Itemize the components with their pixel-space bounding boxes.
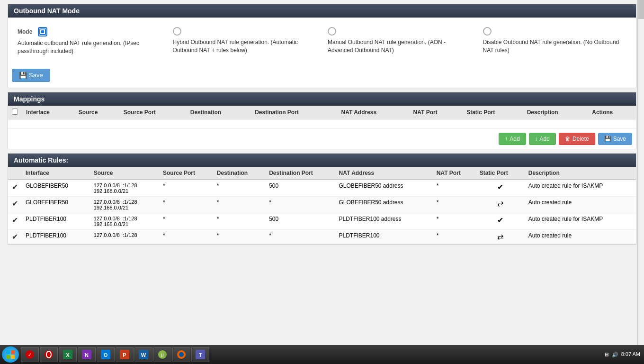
ar-interface: GLOBEFIBER50: [22, 180, 90, 197]
ar-col-nat-address: NAT Address: [335, 167, 432, 180]
ar-col-dest-port: Destination Port: [265, 167, 335, 180]
mode-options: Mode Automatic outbound NAT rule generat…: [8, 18, 636, 65]
ar-col-source-port: Source Port: [159, 167, 213, 180]
ar-nat-address: PLDTFIBER100: [335, 229, 432, 244]
ar-col-nat-port: NAT Port: [433, 167, 476, 180]
ar-dest-port: *: [265, 229, 335, 244]
taskbar-app-opera[interactable]: [40, 347, 58, 362]
ar-destination: *: [213, 213, 265, 229]
tray-volume-icon: 🔊: [612, 352, 618, 358]
svg-text:T: T: [199, 352, 202, 358]
taskbar-app-outlook[interactable]: O: [97, 347, 115, 362]
mode-desc-automatic: Automatic outbound NAT rule generation. …: [18, 39, 161, 55]
taskbar-app-excel[interactable]: X: [59, 347, 77, 362]
powerpoint-icon: P: [120, 350, 129, 359]
ar-static-port: ⇄: [476, 196, 525, 213]
radio-manual[interactable]: [328, 27, 336, 36]
col-source-port: Source Port: [120, 106, 187, 119]
add-down-button[interactable]: ↓ Add: [529, 133, 556, 145]
ar-nat-address: PLDTFIBER100 address: [335, 213, 432, 229]
ar-col-interface: Interface: [22, 167, 90, 180]
taskbar-app-word[interactable]: W: [134, 347, 152, 362]
svg-text:N: N: [85, 352, 89, 358]
ar-description: Auto created rule for ISAKMP: [525, 213, 636, 229]
radio-hybrid[interactable]: [173, 27, 181, 36]
mode-option-hybrid[interactable]: Hybrid Outbound NAT rule generation. (Au…: [167, 23, 322, 59]
ar-nat-address: GLOBEFIBER50 address: [335, 196, 432, 213]
ar-enabled-icon: ✔: [8, 196, 22, 213]
mappings-title: Mappings: [14, 95, 45, 103]
checkmark-icon: ✔: [12, 216, 18, 224]
svg-text:O: O: [104, 352, 108, 358]
taskbar-app-antivirus[interactable]: ✓: [21, 347, 39, 362]
ar-nat-port: *: [433, 196, 476, 213]
col-nat-port: NAT Port: [410, 106, 463, 119]
ar-description: Auto created rule for ISAKMP: [525, 180, 636, 197]
delete-button[interactable]: 🗑 Delete: [559, 133, 595, 145]
ar-interface: PLDTFIBER100: [22, 229, 90, 244]
main-content: Outbound NAT Mode Mode Automatic outboun…: [0, 0, 644, 364]
add-down-label: Add: [540, 136, 550, 142]
radio-disable[interactable]: [483, 27, 492, 36]
svg-point-21: [179, 352, 184, 357]
taskbar-app-powerpoint[interactable]: P: [116, 347, 134, 362]
col-actions: Actions: [588, 106, 636, 119]
start-button[interactable]: [2, 346, 19, 363]
ar-source: 127.0.0.0/8 ::1/128 192.168.0.0/21: [90, 180, 159, 197]
add-up-label: Add: [510, 136, 519, 142]
outlook-icon: O: [101, 350, 110, 359]
static-port-check-icon: ✔: [497, 216, 503, 224]
static-port-check-icon: ✔: [497, 183, 503, 191]
static-port-shuffle-icon: ⇄: [497, 200, 503, 208]
ar-description: Auto created rule: [525, 196, 636, 213]
mappings-header: Mappings: [8, 92, 636, 106]
col-destination-port: Destination Port: [251, 106, 337, 119]
mode-option-disable[interactable]: Disable Outbound NAT rule generation. (N…: [477, 23, 633, 59]
col-static-port: Static Port: [463, 106, 523, 119]
ar-source-port: *: [159, 180, 213, 197]
taskbar-tray: 🖥 🔊 8:07 AM: [604, 351, 642, 357]
ar-description: Auto created rule: [525, 229, 636, 244]
mode-option-manual[interactable]: Manual Outbound NAT rule generation. (AO…: [322, 23, 477, 59]
ar-destination: *: [213, 180, 265, 197]
taskbar-app-torrent[interactable]: μ: [153, 347, 171, 362]
ar-col-source: Source: [90, 167, 159, 180]
tray-network-icon: 🖥: [604, 352, 609, 357]
col-description: Description: [523, 106, 589, 119]
antivirus-icon: ✓: [25, 350, 35, 359]
taskbar-app-onenote[interactable]: N: [78, 347, 96, 362]
nat-mode-box: Outbound NAT Mode Mode Automatic outboun…: [8, 4, 636, 88]
ar-dest-port: *: [265, 196, 335, 213]
ar-destination: *: [213, 196, 265, 213]
checkmark-icon: ✔: [12, 183, 18, 191]
nat-mode-title: Outbound NAT Mode: [14, 7, 80, 15]
teams-icon: T: [196, 350, 205, 359]
ar-source: 127.0.0.0/8 ::1/128: [90, 229, 159, 244]
select-all-checkbox[interactable]: [12, 109, 18, 115]
scrollbar-thumb[interactable]: [637, 0, 644, 19]
mappings-table: Interface Source Source Port Destination…: [8, 106, 636, 129]
onenote-icon: N: [82, 350, 91, 359]
nat-mode-section: Outbound NAT Mode Mode Automatic outboun…: [4, 4, 640, 88]
radio-automatic-selected[interactable]: [38, 27, 47, 36]
ar-col-description: Description: [525, 167, 636, 180]
taskbar-app-firefox[interactable]: [172, 347, 190, 362]
add-up-button[interactable]: ↑ Add: [499, 133, 526, 145]
opera-icon: [44, 350, 54, 359]
nat-save-button[interactable]: 💾 Save: [12, 69, 50, 82]
auto-rules-section: Automatic Rules: Interface Source Source…: [4, 153, 640, 245]
mappings-save-button[interactable]: 💾 Save: [598, 133, 632, 145]
auto-rule-row: ✔PLDTFIBER100127.0.0.0/8 ::1/128 192.168…: [8, 213, 636, 229]
ar-enabled-icon: ✔: [8, 180, 22, 197]
checkmark-icon: ✔: [12, 233, 18, 241]
mappings-empty-row: [8, 119, 636, 128]
save-icon: 💾: [19, 72, 27, 79]
mode-option-hybrid-header: [173, 27, 181, 36]
mode-option-automatic[interactable]: Mode Automatic outbound NAT rule generat…: [12, 23, 167, 59]
mappings-save-label: Save: [613, 136, 626, 142]
add-up-icon: ↑: [505, 136, 508, 142]
ar-source-port: *: [159, 196, 213, 213]
ar-col-check: [8, 167, 22, 180]
scrollbar[interactable]: [637, 0, 644, 345]
taskbar-app-teams[interactable]: T: [191, 347, 209, 362]
